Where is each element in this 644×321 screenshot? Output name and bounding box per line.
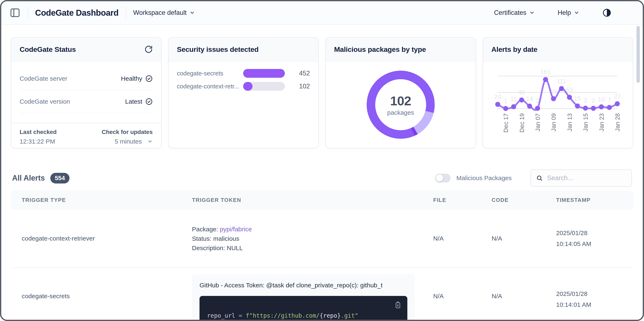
- alerts-section-header: All Alerts 554 Malicious Packages: [11, 169, 633, 188]
- bar-track: [243, 82, 285, 91]
- code-cell: N/A: [473, 268, 532, 300]
- x-axis-tick-label: Dec 19: [518, 113, 525, 132]
- data-point: [511, 104, 516, 109]
- point-value-label: 7: [608, 96, 611, 103]
- security-card-title: Security issues detected: [177, 45, 259, 54]
- summary-cards-row: CodeGate Status CodeGate server Healthy: [11, 37, 633, 148]
- timestamp-time: 10:14:01 AM: [556, 299, 633, 310]
- column-header-trigger-token: TRIGGER TOKEN: [181, 197, 415, 203]
- sidebar-toggle-button[interactable]: [10, 7, 20, 18]
- scrollbar-thumb[interactable]: [636, 26, 640, 83]
- data-point: [615, 101, 620, 106]
- alerts-line-chart: 24111481421615511163153210727Dec 17Dec 1…: [483, 61, 633, 148]
- x-axis-tick-label: Jan 13: [566, 113, 573, 131]
- header-divider: [126, 7, 126, 19]
- point-value-label: 14: [526, 95, 533, 102]
- security-bar-row: codegate-context-retr...102: [177, 82, 310, 91]
- timestamp-cell: 2025/01/28 10:14:01 AM: [532, 268, 633, 310]
- update-interval-select[interactable]: 5 minutes: [102, 138, 152, 145]
- timestamp-time: 10:14:05 AM: [556, 238, 633, 249]
- certificates-menu-label: Certificates: [494, 9, 526, 17]
- column-header-code: CODE: [473, 197, 532, 203]
- data-point: [527, 104, 532, 109]
- point-value-label: 111: [556, 78, 566, 84]
- clipboard-copy-icon: [394, 301, 402, 309]
- file-cell: N/A: [415, 235, 473, 242]
- help-menu[interactable]: Help: [558, 9, 579, 17]
- x-axis-tick-label: Jan 28: [614, 113, 621, 131]
- theme-toggle-button[interactable]: [602, 8, 612, 17]
- donut-center-value: 102: [390, 93, 411, 108]
- code-cell: N/A: [473, 235, 532, 242]
- code-token-string: .git": [341, 312, 358, 319]
- point-value-label: 3: [584, 97, 587, 104]
- packages-card-title: Malicious packages by type: [334, 45, 426, 54]
- data-point: [575, 103, 580, 108]
- help-menu-label: Help: [558, 9, 571, 17]
- security-bar-chart: codegate-secrets452codegate-context-retr…: [168, 61, 318, 91]
- trigger-token-cell: GitHub - Access Token: @task def clone_p…: [181, 268, 415, 321]
- donut-center-label: packages: [387, 109, 414, 116]
- table-header-row: TRIGGER TYPE TRIGGER TOKEN FILE CODE TIM…: [11, 191, 633, 209]
- search-input[interactable]: [547, 174, 626, 182]
- status-row-label: CodeGate version: [20, 98, 70, 105]
- codegate-status-card: CodeGate Status CodeGate server Healthy: [11, 37, 162, 148]
- point-value-label: 48: [518, 89, 525, 96]
- contrast-icon: [602, 8, 612, 17]
- malicious-packages-toggle[interactable]: [435, 174, 450, 183]
- bar-value: 452: [292, 70, 310, 77]
- security-issues-card: Security issues detected codegate-secret…: [168, 37, 319, 148]
- code-token-operator: =: [235, 312, 246, 319]
- bar-fill: [243, 69, 285, 78]
- status-row-value: Latest: [125, 98, 142, 105]
- status-line: Status: malicious: [192, 234, 415, 243]
- status-card-title: CodeGate Status: [20, 45, 76, 54]
- copy-code-button[interactable]: [394, 301, 402, 310]
- main-content: CodeGate Status CodeGate server Healthy: [1, 25, 643, 321]
- code-token-var: repo_url: [207, 312, 235, 319]
- app-window: CodeGate Dashboard Workspace default Cer…: [0, 0, 644, 321]
- table-row[interactable]: codegate-secrets GitHub - Access Token: …: [11, 268, 633, 321]
- point-value-label: 24: [494, 93, 501, 100]
- point-value-label: 27: [614, 93, 621, 100]
- workspace-selector[interactable]: Workspace default: [133, 9, 195, 17]
- x-axis-tick-label: Jan 07: [534, 113, 541, 131]
- security-bar-row: codegate-secrets452: [177, 69, 310, 78]
- all-alerts-title: All Alerts: [12, 174, 45, 183]
- bar-track: [243, 69, 285, 78]
- packages-donut-chart: 102 packages: [367, 71, 435, 139]
- refresh-button[interactable]: [144, 45, 153, 54]
- x-axis-tick-label: Jan 09: [550, 113, 557, 131]
- chevron-down-icon: [147, 139, 153, 144]
- toggle-knob: [436, 175, 443, 182]
- alerts-count-badge: 554: [50, 173, 70, 184]
- code-token-interpolation: {repo}: [320, 312, 340, 319]
- point-value-label: 2: [592, 97, 595, 104]
- table-row[interactable]: codegate-context-retriever Package: pypi…: [11, 209, 633, 268]
- malicious-packages-toggle-label: Malicious Packages: [456, 175, 512, 182]
- timestamp-date: 2025/01/28: [556, 228, 633, 238]
- status-row-server: CodeGate server Healthy: [20, 67, 153, 90]
- alerts-card-title: Alerts by date: [492, 45, 538, 54]
- search-icon: [536, 175, 542, 182]
- data-point: [519, 97, 524, 102]
- x-axis-tick-label: Dec 17: [502, 113, 509, 132]
- workspace-selector-label: Workspace default: [133, 9, 186, 17]
- package-link[interactable]: pypi/fabrice: [220, 226, 252, 233]
- certificates-menu[interactable]: Certificates: [494, 9, 535, 17]
- data-point: [591, 106, 596, 111]
- point-value-label: 15: [574, 95, 581, 102]
- alerts-search-box[interactable]: [530, 170, 632, 187]
- data-point: [495, 102, 500, 107]
- data-point: [599, 104, 604, 109]
- chevron-down-icon: [190, 10, 195, 16]
- bar-label: codegate-context-retr...: [177, 83, 243, 90]
- page-title: CodeGate Dashboard: [35, 8, 118, 18]
- secret-token-box: GitHub - Access Token: @task def clone_p…: [192, 274, 415, 321]
- check-circle-icon: [145, 75, 153, 82]
- alerts-table: TRIGGER TYPE TRIGGER TOKEN FILE CODE TIM…: [11, 191, 633, 321]
- trigger-token-cell: Package: pypi/fabrice Status: malicious …: [181, 224, 415, 253]
- data-point: [535, 106, 540, 111]
- data-point: [551, 96, 556, 101]
- bar-label: codegate-secrets: [177, 70, 243, 77]
